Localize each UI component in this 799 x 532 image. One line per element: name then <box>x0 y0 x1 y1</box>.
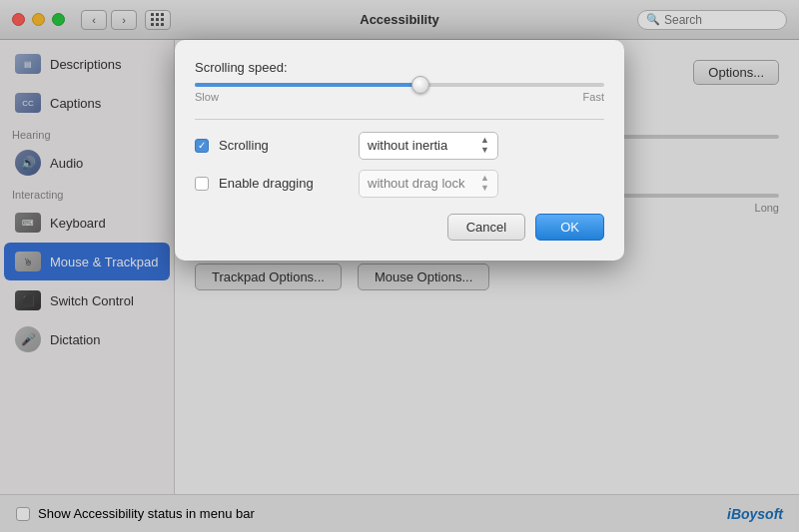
scrolling-speed-label: Scrolling speed: <box>195 60 604 75</box>
drag-select-arrows: ▲▼ <box>480 174 489 194</box>
modal-buttons: Cancel OK <box>195 214 604 241</box>
scrolling-row: ✓ Scrolling without inertia ▲▼ <box>195 132 604 160</box>
modal-overlay: Scrolling speed: Slow Fast ✓ Scrolling w… <box>0 0 799 532</box>
enable-dragging-row: Enable dragging without drag lock ▲▼ <box>195 170 604 198</box>
fast-label: Fast <box>583 91 604 103</box>
cancel-button[interactable]: Cancel <box>447 214 525 241</box>
drag-select-value: without drag lock <box>368 176 465 191</box>
drag-select[interactable]: without drag lock ▲▼ <box>359 170 498 198</box>
enable-dragging-checkbox[interactable] <box>195 177 209 191</box>
ok-button[interactable]: OK <box>535 214 604 241</box>
enable-dragging-label: Enable dragging <box>219 176 349 191</box>
divider <box>195 119 604 120</box>
scrolling-select[interactable]: without inertia ▲▼ <box>359 132 498 160</box>
slow-label: Slow <box>195 91 219 103</box>
modal-dialog: Scrolling speed: Slow Fast ✓ Scrolling w… <box>175 40 624 261</box>
scrolling-label: Scrolling <box>219 138 349 153</box>
modal-slider-section: Scrolling speed: Slow Fast <box>195 60 604 103</box>
modal-slider-track[interactable] <box>195 83 604 87</box>
scrolling-checkbox[interactable]: ✓ <box>195 139 209 153</box>
scrolling-select-arrows: ▲▼ <box>480 136 489 156</box>
scrolling-select-value: without inertia <box>368 138 447 153</box>
speed-labels: Slow Fast <box>195 91 604 103</box>
scrolling-speed-thumb[interactable] <box>411 76 429 94</box>
